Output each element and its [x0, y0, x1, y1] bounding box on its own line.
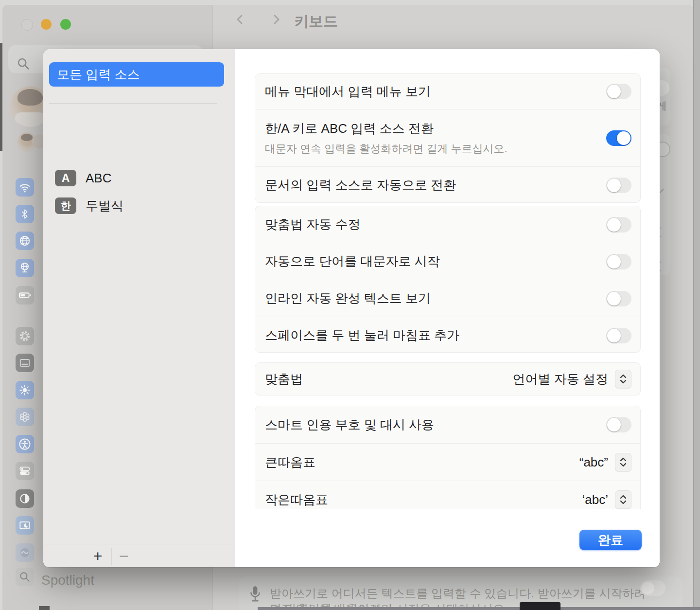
accessibility-icon: [18, 437, 32, 451]
abc-badge-icon: A: [55, 170, 76, 186]
sidebar-item-accessibility[interactable]: [16, 435, 34, 453]
globe-stand-icon: [18, 262, 31, 274]
spelling-popup-value: 언어별 자동 설정: [513, 371, 608, 388]
dictation-toggle[interactable]: [640, 580, 665, 596]
setting-label: 스페이스를 두 번 눌러 마침표 추가: [265, 327, 606, 344]
settings-group-input-menu: 메뉴 막대에서 입력 메뉴 보기 한/A 키로 ABC 입력 소스 전환 대문자…: [255, 73, 641, 203]
desktop-edge: [693, 0, 700, 610]
setting-label: 자동으로 단어를 대문자로 시작: [265, 253, 606, 270]
sidebar-item-spotlight-label: Spotlight: [41, 573, 94, 588]
all-input-sources-label: 모든 입력 소스: [57, 66, 140, 83]
siri-icon: [18, 546, 31, 559]
desktop-dock-icon: [18, 357, 31, 369]
setting-label: 큰따옴표: [265, 454, 579, 471]
footer-separator: [111, 548, 112, 565]
sidebar-item-all-input-sources[interactable]: 모든 입력 소스: [49, 62, 224, 87]
setting-label: 문서의 입력 소스로 자동으로 전환: [265, 177, 606, 194]
sidebar-item-wifi[interactable]: [16, 178, 34, 197]
input-source-row-dubeolsik[interactable]: 한 두벌식: [43, 192, 235, 219]
sidebar-footer-divider: [43, 544, 235, 544]
sidebar-item-bluetooth[interactable]: [16, 205, 34, 223]
sidebar-item-menubar[interactable]: [16, 354, 34, 372]
setting-subtitle: 대문자 연속 입력을 활성화하려면 길게 누르십시오.: [265, 142, 606, 156]
double-quote-popup-button[interactable]: [615, 453, 631, 471]
inline-predictions-toggle[interactable]: [606, 291, 631, 306]
double-quote-popup-value: “abc”: [579, 455, 608, 470]
dialog-content: 메뉴 막대에서 입력 메뉴 보기 한/A 키로 ABC 입력 소스 전환 대문자…: [235, 49, 660, 567]
setting-label: 맞춤법 자동 수정: [265, 216, 606, 233]
smart-quotes-toggle[interactable]: [606, 417, 631, 432]
sidebar-item-vpn[interactable]: [16, 259, 34, 277]
single-quote-popup-value: ‘abc’: [582, 492, 608, 507]
input-source-label: ABC: [86, 171, 111, 186]
settings-group-text-correction: 맞춤법 자동 수정 자동으로 단어를 대문자로 시작 인라인 자동 완성 텍스트…: [255, 206, 641, 353]
sidebar-item-network[interactable]: [16, 232, 34, 250]
toggles-icon: [18, 465, 31, 477]
screen-moon-icon: [18, 519, 31, 532]
zoom-button[interactable]: [60, 19, 71, 30]
dialog-footer: 완료: [235, 509, 660, 567]
wifi-icon: [18, 181, 31, 194]
up-down-chevrons-icon: [619, 457, 627, 467]
autocorrect-toggle[interactable]: [606, 217, 631, 233]
dialog-sidebar: 모든 입력 소스 A ABC 한 두벌식 + −: [43, 49, 235, 567]
sidebar-item-control-center[interactable]: [16, 462, 34, 480]
screen: 키보드 Spotligh: [0, 0, 700, 610]
sidebar-item-appearance[interactable]: [16, 381, 34, 399]
sidebar-item-wallpaper[interactable]: [16, 408, 34, 426]
show-input-menu-toggle[interactable]: [606, 84, 631, 99]
back-icon[interactable]: [234, 14, 246, 25]
up-down-chevrons-icon: [619, 374, 627, 384]
sidebar-item-screensaver[interactable]: [16, 516, 34, 535]
setting-label: 작은따옴표: [265, 491, 582, 508]
minimize-button[interactable]: [41, 19, 52, 30]
input-source-row-abc[interactable]: A ABC: [43, 164, 235, 192]
setting-row: 큰따옴표 “abc”: [255, 443, 640, 481]
setting-label: 맞춤법: [265, 371, 513, 388]
setting-row: 스페이스를 두 번 눌러 마침표 추가: [255, 317, 640, 353]
setting-label: 스마트 인용 부호 및 대시 사용: [265, 416, 606, 433]
sidebar-item-battery[interactable]: [16, 286, 34, 305]
caps-switch-toggle[interactable]: [606, 130, 631, 146]
settings-group-smart-quotes: 스마트 인용 부호 및 대시 사용 큰따옴표 “abc” 작은따옴표 ‘abc’: [255, 406, 641, 522]
input-source-label: 두벌식: [86, 197, 123, 215]
setting-label: 메뉴 막대에서 입력 메뉴 보기: [265, 83, 606, 100]
auto-switch-document-toggle[interactable]: [606, 178, 631, 193]
sidebar-divider: [49, 103, 217, 104]
setting-row: 문서의 입력 소스로 자동으로 전환: [255, 166, 640, 203]
close-button[interactable]: [21, 19, 33, 31]
remove-input-source-button[interactable]: −: [114, 546, 134, 566]
sun-icon: [18, 384, 31, 396]
gear-icon: [18, 330, 31, 342]
search-icon: [17, 57, 30, 71]
page-title: 키보드: [272, 12, 360, 32]
setting-label: 인라인 자동 완성 텍스트 보기: [265, 290, 606, 307]
up-down-chevrons-icon: [619, 494, 627, 505]
sidebar-item-general[interactable]: [16, 327, 34, 345]
add-input-source-button[interactable]: +: [88, 546, 107, 566]
setting-row: 한/A 키로 ABC 입력 소스 전환 대문자 연속 입력을 활성화하려면 길게…: [255, 109, 640, 166]
setting-row: 메뉴 막대에서 입력 메뉴 보기: [255, 74, 640, 109]
setting-row: 인라인 자동 완성 텍스트 보기: [255, 280, 640, 317]
setting-row: 스마트 인용 부호 및 대시 사용: [255, 406, 640, 443]
sidebar-item-siri[interactable]: [16, 543, 34, 562]
done-button[interactable]: 완료: [579, 530, 642, 550]
single-quote-popup-button[interactable]: [615, 490, 631, 509]
battery-icon: [18, 288, 32, 302]
settings-group-spelling: 맞춤법 언어별 자동 설정: [255, 362, 641, 395]
setting-row: 자동으로 단어를 대문자로 시작: [255, 243, 640, 280]
globe-icon: [18, 234, 31, 247]
auto-capitalize-toggle[interactable]: [606, 254, 631, 269]
hangul-badge-icon: 한: [55, 197, 76, 214]
dock-strip: [258, 607, 700, 610]
setting-row: 맞춤법 언어별 자동 설정: [255, 363, 640, 395]
microphone-icon: [248, 584, 262, 607]
input-sources-dialog: 모든 입력 소스 A ABC 한 두벌식 + − 메뉴 막대에서 입력 메뉴 보…: [43, 49, 660, 567]
wallpaper-fragment: [39, 606, 50, 610]
setting-label: 한/A 키로 ABC 입력 소스 전환: [265, 120, 606, 137]
spelling-popup-button[interactable]: [615, 370, 631, 388]
setting-row: 맞춤법 자동 수정: [255, 206, 640, 243]
sidebar-item-spotlight[interactable]: [16, 568, 34, 586]
sidebar-item-siri-spotlight[interactable]: [16, 489, 34, 508]
double-space-period-toggle[interactable]: [606, 328, 631, 343]
